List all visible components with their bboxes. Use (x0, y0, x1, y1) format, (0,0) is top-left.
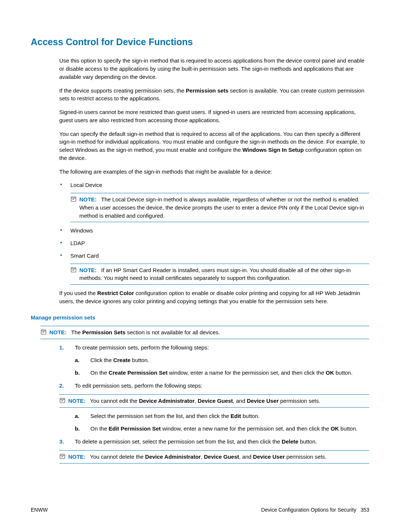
page-number: 353 (361, 507, 369, 513)
bold-text: Windows Sign In Setup (242, 147, 304, 153)
bold-text: Create (113, 357, 131, 363)
list-item: 2. To edit permission sets, perform the … (59, 382, 369, 432)
bold-text: Permission sets (186, 87, 229, 94)
note-content: NOTE: The Permission Sets section is not… (49, 328, 368, 337)
ordered-list: 1. To create permission sets, perform th… (59, 344, 369, 464)
note-content: NOTE: You cannot delete the Device Admin… (68, 453, 368, 461)
list-text: Windows (70, 227, 93, 234)
paragraph: The following are examples of the sign-i… (59, 168, 369, 176)
paragraph: If the device supports creating permissi… (59, 87, 369, 103)
alpha-marker: b. (75, 369, 80, 377)
list-item: Local Device NOTE: The Local Device sign… (59, 181, 369, 222)
note-text: The Local Device sign-in method is alway… (79, 196, 364, 219)
bold-text: Device User (253, 454, 285, 460)
note-label: NOTE: (79, 196, 97, 203)
text: permission sets. (279, 398, 320, 404)
paragraph: Use this option to specify the sign-in m… (59, 57, 369, 81)
num-marker: 3. (59, 438, 64, 446)
alpha-marker: b. (75, 425, 80, 433)
bold-text: Device User (247, 398, 279, 404)
bold-text: Device Guest (204, 454, 239, 460)
bold-text: Edit (231, 413, 241, 419)
text: section is not available for all devices… (126, 329, 220, 335)
list-item: 3. To delete a permission set, select th… (59, 438, 369, 464)
footer-right: Device Configuration Options for Securit… (261, 506, 369, 513)
bold-text: Create Permission Set (109, 369, 167, 376)
footer-text: Device Configuration Options for Securit… (261, 507, 356, 513)
alpha-marker: a. (75, 356, 80, 364)
paragraph: You can specify the default sign-in meth… (59, 130, 369, 162)
note-box: NOTE: If an HP Smart Card Reader is inst… (70, 264, 369, 285)
bold-text: OK (331, 425, 339, 432)
page-heading: Access Control for Device Functions (31, 35, 369, 48)
bold-text: Device Administrator (145, 454, 201, 460)
note-icon (59, 453, 67, 461)
text: Select the permission set from the list,… (90, 413, 231, 419)
note-icon (40, 328, 48, 337)
list-item: a. Select the permission set from the li… (75, 412, 369, 420)
text: button. (299, 438, 317, 445)
note-icon (70, 195, 78, 204)
bold-text: Delete (282, 438, 299, 445)
bullet-list: Local Device NOTE: The Local Device sign… (59, 181, 369, 285)
note-box: NOTE: You cannot edit the Device Adminis… (59, 394, 369, 408)
footer-left: ENWW (31, 506, 48, 513)
bold-text: Permission Sets (82, 329, 126, 335)
bold-text: Device Guest (198, 398, 233, 404)
note-content: NOTE: The Local Device sign-in method is… (79, 195, 368, 220)
note-label: NOTE: (68, 398, 86, 404)
text: You cannot edit the (90, 398, 139, 404)
list-text: Smart Card (70, 252, 99, 259)
paragraph: Signed-in users cannot be more restricte… (59, 108, 369, 124)
list-item: 1. To create permission sets, perform th… (59, 344, 369, 377)
text: button. (339, 425, 357, 432)
note-label: NOTE: (68, 454, 86, 460)
text: button. (241, 413, 260, 419)
text: Click the (90, 357, 113, 363)
paragraph: If you used the Restrict Color configura… (59, 289, 369, 305)
text: , (194, 398, 197, 404)
note-box: NOTE: The Permission Sets section is not… (40, 326, 369, 339)
note-box: NOTE: You cannot delete the Device Admin… (59, 450, 369, 464)
text: , (201, 454, 204, 460)
page-footer: ENWW Device Configuration Options for Se… (31, 506, 369, 513)
text: To delete a permission set, select the p… (75, 438, 282, 445)
text: On the (90, 369, 109, 376)
text: If you used the (59, 290, 97, 296)
note-content: NOTE: If an HP Smart Card Reader is inst… (79, 266, 368, 282)
bold-text: Restrict Color (97, 290, 134, 296)
list-item: b. On the Create Permission Set window, … (75, 369, 369, 377)
text: , and (233, 398, 247, 404)
text: , and (239, 454, 253, 460)
note-box: NOTE: The Local Device sign-in method is… (70, 193, 369, 222)
text: On the (90, 425, 109, 432)
text: button. (130, 357, 149, 363)
note-icon (70, 266, 78, 274)
list-item: b. On the Edit Permission Set window, en… (75, 425, 369, 433)
list-item: a. Click the Create button. (75, 356, 369, 364)
num-marker: 1. (59, 344, 64, 352)
step-text: To edit permission sets, perform the fol… (75, 382, 202, 389)
text: window, enter a name for the permission … (167, 369, 326, 376)
subsection-heading: Manage permission sets (31, 314, 369, 322)
note-icon (59, 397, 67, 405)
bold-text: OK (326, 369, 334, 376)
list-item: Windows (59, 227, 369, 235)
alpha-list: a. Select the permission set from the li… (75, 412, 369, 433)
bold-text: Device Administrator (139, 398, 194, 404)
step-text: To create permission sets, perform the f… (75, 344, 209, 351)
note-text: If an HP Smart Card Reader is installed,… (79, 267, 351, 281)
note-label: NOTE: (79, 267, 97, 273)
text: You cannot delete the (90, 454, 145, 460)
list-item: LDAP (59, 239, 369, 247)
note-content: NOTE: You cannot edit the Device Adminis… (68, 397, 368, 405)
list-item: Smart Card NOTE: If an HP Smart Card Rea… (59, 252, 369, 285)
text: If the device supports creating permissi… (59, 87, 186, 94)
text: window, enter a new name for the permiss… (161, 425, 331, 432)
note-label: NOTE: (49, 329, 67, 335)
bold-text: Edit Permission Set (109, 425, 161, 432)
text: permission sets. (285, 454, 327, 460)
num-marker: 2. (59, 382, 64, 390)
alpha-list: a. Click the Create button. b. On the Cr… (75, 356, 369, 377)
alpha-marker: a. (75, 412, 80, 420)
